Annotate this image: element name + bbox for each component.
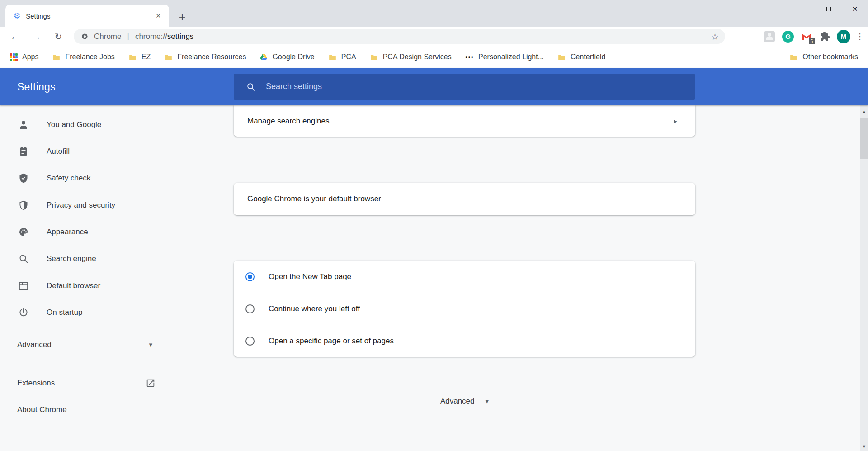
radio-selected-icon[interactable] <box>245 272 255 281</box>
bookmark-google-drive[interactable]: Google Drive <box>259 53 314 61</box>
grammarly-g-icon: G <box>782 31 794 43</box>
omnibox-url-bar[interactable]: Chrome | chrome:// settings ☆ <box>74 29 725 44</box>
puzzle-icon <box>820 31 830 42</box>
sidebar-item-label: Privacy and security <box>47 201 115 210</box>
window-close-button[interactable]: ✕ <box>842 0 868 18</box>
advanced-expand-button[interactable]: Advanced ▾ <box>234 395 695 408</box>
sidebar-advanced-toggle[interactable]: Advanced ▾ <box>0 332 170 358</box>
forward-button[interactable]: → <box>28 28 45 45</box>
other-bookmarks-folder[interactable]: Other bookmarks <box>789 53 858 61</box>
manage-search-engines-row[interactable]: Manage search engines ▸ <box>234 105 695 137</box>
bookmark-folder[interactable]: PCA <box>328 53 356 61</box>
bookmark-label: Freelance Jobs <box>65 53 114 61</box>
tab-strip: ⚙ Settings ✕ + ✕ <box>0 0 868 27</box>
folder-icon <box>128 53 137 61</box>
sidebar-item-extensions[interactable]: Extensions <box>0 370 170 396</box>
folder-icon <box>789 53 798 61</box>
settings-page: You and Google Autofill Safety check Pri… <box>0 105 868 451</box>
gmail-badge-count: 5 <box>809 38 815 44</box>
radio-unselected-icon[interactable] <box>245 337 255 346</box>
extensions-puzzle-icon[interactable] <box>818 30 832 43</box>
bookmark-folder[interactable]: EZ <box>128 53 151 61</box>
bookmark-label: EZ <box>142 53 151 61</box>
gmail-extension-icon[interactable]: 5 <box>800 30 813 43</box>
sidebar-item-you-and-google[interactable]: You and Google <box>0 112 170 138</box>
manage-search-engines-label: Manage search engines <box>247 117 329 126</box>
page-scrollbar[interactable]: ▲ ▼ <box>860 105 868 451</box>
clipboard-icon <box>18 146 29 157</box>
sidebar-item-label: Autofill <box>47 147 70 156</box>
apps-label: Apps <box>22 53 38 61</box>
grammarly-extension-icon[interactable]: G <box>781 30 795 43</box>
settings-search-box[interactable] <box>234 74 695 100</box>
sidebar-item-appearance[interactable]: Appearance <box>0 219 170 245</box>
folder-icon <box>370 53 378 61</box>
search-icon <box>246 82 256 92</box>
radio-unselected-icon[interactable] <box>245 304 255 313</box>
settings-gear-favicon: ⚙ <box>14 12 20 20</box>
sidebar-extensions-label: Extensions <box>17 379 55 388</box>
bookmark-folder[interactable]: Freelance Resources <box>164 53 246 61</box>
magnifier-icon <box>18 253 29 264</box>
bookmark-label: Freelance Resources <box>177 53 246 61</box>
startup-option-continue[interactable]: Continue where you left off <box>234 293 695 325</box>
sidebar-item-default-browser[interactable]: Default browser <box>0 273 170 299</box>
browser-toolbar: ← → ↻ Chrome | chrome:// settings ☆ G 5 … <box>0 27 868 46</box>
external-link-icon <box>146 378 156 388</box>
browser-tab-settings[interactable]: ⚙ Settings ✕ <box>5 5 169 27</box>
chevron-down-icon: ▾ <box>486 397 489 405</box>
bookmark-folder[interactable]: Freelance Jobs <box>52 53 114 61</box>
startup-option-label: Open the New Tab page <box>269 272 351 281</box>
sidebar-item-safety-check[interactable]: Safety check <box>0 165 170 191</box>
sidebar-item-label: Search engine <box>47 254 96 263</box>
close-icon: ✕ <box>852 5 858 13</box>
sidebar-item-search-engine[interactable]: Search engine <box>0 246 170 272</box>
person-icon <box>18 119 29 130</box>
bookmark-folder[interactable]: PCA Design Services <box>370 53 452 61</box>
sidebar-item-label: On startup <box>47 308 82 317</box>
sidebar-item-label: Appearance <box>47 228 88 237</box>
bookmark-folder[interactable]: Centerfield <box>557 53 605 61</box>
reload-button[interactable]: ↻ <box>50 28 67 45</box>
chevron-down-icon: ▾ <box>149 341 152 349</box>
startup-option-specific-pages[interactable]: Open a specific page or set of pages <box>234 325 695 357</box>
apps-shortcut[interactable]: Apps <box>10 53 38 61</box>
bookmark-label: PCA Design Services <box>383 53 452 61</box>
back-button[interactable]: ← <box>6 28 24 45</box>
url-path: settings <box>167 32 194 41</box>
person-badge-icon <box>764 31 775 42</box>
startup-option-new-tab[interactable]: Open the New Tab page <box>234 261 695 293</box>
scrollbar-thumb[interactable] <box>860 118 868 159</box>
profile-avatar[interactable]: M <box>837 30 850 43</box>
minimize-icon <box>800 9 805 9</box>
sidebar-item-autofill[interactable]: Autofill <box>0 138 170 165</box>
bookmark-star-icon[interactable]: ☆ <box>711 31 719 42</box>
browser-window-icon <box>18 280 29 291</box>
sidebar-item-on-startup[interactable]: On startup <box>0 299 170 326</box>
folder-icon <box>557 53 566 61</box>
browser-menu-button[interactable]: ⋮ <box>855 30 864 43</box>
tab-title: Settings <box>26 12 154 20</box>
avatar-letter: M <box>837 30 850 43</box>
bookmark-personalized[interactable]: ●●● Personalized Light... <box>465 53 544 61</box>
sidebar-advanced-label: Advanced <box>17 340 52 349</box>
extension-icons: G 5 M ⋮ <box>763 27 864 46</box>
gray-extension-icon[interactable] <box>763 30 776 43</box>
folder-icon <box>164 53 173 61</box>
bookmark-label: Centerfield <box>571 53 605 61</box>
settings-search-input[interactable] <box>266 82 627 91</box>
tab-close-icon[interactable]: ✕ <box>154 11 163 20</box>
sidebar-item-label: Safety check <box>47 174 90 183</box>
window-minimize-button[interactable] <box>789 0 816 18</box>
sidebar-item-label: You and Google <box>47 120 101 129</box>
sidebar-divider <box>0 363 170 363</box>
sidebar-item-about-chrome[interactable]: About Chrome <box>0 397 170 423</box>
scrollbar-up-arrow[interactable]: ▲ <box>860 108 868 115</box>
default-browser-card: Google Chrome is your default browser <box>234 183 695 215</box>
scrollbar-down-arrow[interactable]: ▼ <box>860 443 868 450</box>
sidebar-item-privacy[interactable]: Privacy and security <box>0 192 170 218</box>
new-tab-button[interactable]: + <box>175 10 189 24</box>
bookmark-label: Google Drive <box>272 53 314 61</box>
window-restore-button[interactable] <box>816 0 842 18</box>
bookmark-label: Personalized Light... <box>478 53 544 61</box>
